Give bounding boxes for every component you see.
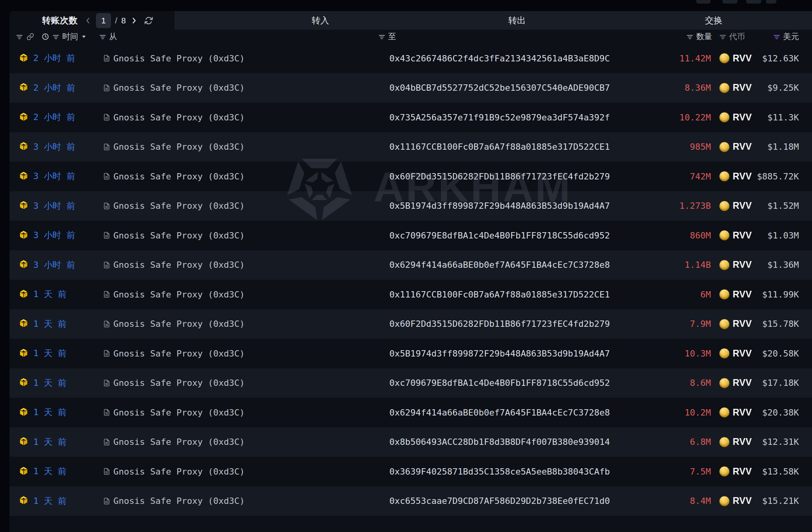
row-to-address[interactable]: 0x5B1974d3ff899872F29b448A863B53d9b19Ad4… bbox=[389, 191, 610, 221]
table-row[interactable]: 2 小时 前 Gnosis Safe Proxy (0xd3C) 0x04bBC… bbox=[10, 73, 812, 103]
filter-button[interactable] bbox=[16, 30, 23, 44]
row-from-entity[interactable]: Gnosis Safe Proxy (0xd3C) bbox=[103, 457, 245, 486]
row-time-link[interactable]: 3 小时 前 bbox=[33, 250, 75, 280]
row-to-address[interactable]: 0x11167CCB100Fc0B7a6A7f88a01885e317D522C… bbox=[389, 132, 610, 162]
table-row[interactable]: 3 小时 前 Gnosis Safe Proxy (0xd3C) 0x60F2D… bbox=[10, 162, 812, 191]
from-column-header[interactable]: 从 bbox=[99, 30, 117, 44]
document-icon bbox=[103, 54, 110, 62]
row-to-address[interactable]: 0x5B1974d3ff899872F29b448A863B53d9b19Ad4… bbox=[389, 339, 610, 368]
row-from-entity[interactable]: Gnosis Safe Proxy (0xd3C) bbox=[103, 486, 245, 516]
row-token[interactable]: RVV bbox=[719, 103, 752, 132]
row-from-entity[interactable]: Gnosis Safe Proxy (0xd3C) bbox=[103, 398, 245, 427]
row-time-link[interactable]: 3 小时 前 bbox=[33, 191, 75, 221]
page-prev-button[interactable] bbox=[84, 17, 92, 25]
row-from-entity[interactable]: Gnosis Safe Proxy (0xd3C) bbox=[103, 280, 245, 309]
row-time-link[interactable]: 2 小时 前 bbox=[33, 103, 75, 132]
row-token[interactable]: RVV bbox=[719, 132, 752, 162]
row-token[interactable]: RVV bbox=[719, 191, 752, 221]
row-time-link[interactable]: 1 天 前 bbox=[33, 368, 67, 398]
row-from-entity[interactable]: Gnosis Safe Proxy (0xd3C) bbox=[103, 73, 245, 103]
row-to-address[interactable]: 0x8b506493ACC28Db1F8d3B8DF4f007B380e9390… bbox=[389, 427, 610, 457]
table-row[interactable]: 1 天 前 Gnosis Safe Proxy (0xd3C) 0x6294f4… bbox=[10, 398, 812, 427]
row-from-entity[interactable]: Gnosis Safe Proxy (0xd3C) bbox=[103, 191, 245, 221]
row-token[interactable]: RVV bbox=[719, 44, 752, 73]
table-row[interactable]: 1 天 前 Gnosis Safe Proxy (0xd3C) 0x5B1974… bbox=[10, 339, 812, 368]
tab-transfers-in[interactable]: 转入 bbox=[222, 11, 419, 30]
row-time-link[interactable]: 3 小时 前 bbox=[33, 162, 75, 191]
transfer-count-tab[interactable]: 转账次数 1 / 8 bbox=[10, 11, 174, 30]
row-to-address[interactable]: 0x11167CCB100Fc0B7a6A7f88a01885e317D522C… bbox=[389, 280, 610, 309]
time-sort-clock-button[interactable] bbox=[42, 30, 49, 44]
refresh-button[interactable] bbox=[144, 16, 153, 25]
row-time-link[interactable]: 1 天 前 bbox=[33, 457, 67, 486]
row-token[interactable]: RVV bbox=[719, 427, 752, 457]
row-token[interactable]: RVV bbox=[719, 398, 752, 427]
row-time-link[interactable]: 1 天 前 bbox=[33, 398, 67, 427]
row-to-address[interactable]: 0x60F2Dd3515D6282FDb11B86f71723fEC4fd2b2… bbox=[389, 162, 610, 191]
row-to-address[interactable]: 0xc709679E8dfBA1c4De4B0Fb1FF8718C55d6cd9… bbox=[389, 221, 610, 250]
row-token[interactable]: RVV bbox=[719, 486, 752, 516]
row-to-address[interactable]: 0x60F2Dd3515D6282FDb11B86f71723fEC4fd2b2… bbox=[389, 309, 610, 339]
token-column-header[interactable]: 代币 bbox=[719, 30, 745, 44]
table-row[interactable]: 1 天 前 Gnosis Safe Proxy (0xd3C) 0x8b5064… bbox=[10, 427, 812, 457]
row-time-link[interactable]: 1 天 前 bbox=[33, 280, 67, 309]
row-time-link[interactable]: 1 天 前 bbox=[33, 309, 67, 339]
row-token[interactable]: RVV bbox=[719, 368, 752, 398]
row-time-link[interactable]: 1 天 前 bbox=[33, 486, 67, 516]
row-to-address[interactable]: 0xc6553caae7D9CD87AF586D29D2b738Ee0fEC71… bbox=[389, 486, 610, 516]
row-to-address[interactable]: 0x6294f414a66aBE0b0ef7A645F1BA4cEc7C3728… bbox=[389, 250, 610, 280]
row-from-entity[interactable]: Gnosis Safe Proxy (0xd3C) bbox=[103, 103, 245, 132]
row-time-link[interactable]: 1 天 前 bbox=[33, 339, 67, 368]
page-next-button[interactable] bbox=[130, 17, 138, 25]
table-row[interactable]: 3 小时 前 Gnosis Safe Proxy (0xd3C) 0x5B197… bbox=[10, 191, 812, 221]
row-token[interactable]: RVV bbox=[719, 280, 752, 309]
row-to-address[interactable]: 0x3639F4025871Bd35C1358ce5A5eeB8b38043CA… bbox=[389, 457, 610, 486]
tab-swaps[interactable]: 交换 bbox=[615, 11, 812, 30]
row-time-link[interactable]: 3 小时 前 bbox=[33, 221, 75, 250]
chain-icon-cell bbox=[18, 457, 29, 486]
row-token[interactable]: RVV bbox=[719, 73, 752, 103]
table-row[interactable]: 3 小时 前 Gnosis Safe Proxy (0xd3C) 0xc7096… bbox=[10, 221, 812, 250]
row-from-entity[interactable]: Gnosis Safe Proxy (0xd3C) bbox=[103, 427, 245, 457]
row-to-address[interactable]: 0xc709679E8dfBA1c4De4B0Fb1FF8718C55d6cd9… bbox=[389, 368, 610, 398]
table-row[interactable]: 1 天 前 Gnosis Safe Proxy (0xd3C) 0x3639F4… bbox=[10, 457, 812, 486]
row-from-entity[interactable]: Gnosis Safe Proxy (0xd3C) bbox=[103, 44, 245, 73]
table-row[interactable]: 1 天 前 Gnosis Safe Proxy (0xd3C) 0x60F2Dd… bbox=[10, 309, 812, 339]
row-time-link[interactable]: 3 小时 前 bbox=[33, 132, 75, 162]
row-from-entity[interactable]: Gnosis Safe Proxy (0xd3C) bbox=[103, 339, 245, 368]
row-time-link[interactable]: 2 小时 前 bbox=[33, 44, 75, 73]
row-to-address[interactable]: 0x6294f414a66aBE0b0ef7A645F1BA4cEc7C3728… bbox=[389, 398, 610, 427]
row-token[interactable]: RVV bbox=[719, 339, 752, 368]
table-row[interactable]: 3 小时 前 Gnosis Safe Proxy (0xd3C) 0x6294f… bbox=[10, 250, 812, 280]
table-row[interactable]: 3 小时 前 Gnosis Safe Proxy (0xd3C) 0x11167… bbox=[10, 132, 812, 162]
row-token-symbol: RVV bbox=[733, 378, 752, 388]
time-column-header[interactable]: 时间 bbox=[52, 30, 87, 44]
row-token[interactable]: RVV bbox=[719, 250, 752, 280]
usd-column-header[interactable]: 美元 bbox=[773, 30, 799, 44]
row-time-link[interactable]: 2 小时 前 bbox=[33, 73, 75, 103]
tab-transfers-out[interactable]: 转出 bbox=[419, 11, 615, 30]
row-token[interactable]: RVV bbox=[719, 162, 752, 191]
row-from-entity[interactable]: Gnosis Safe Proxy (0xd3C) bbox=[103, 368, 245, 398]
row-from-entity[interactable]: Gnosis Safe Proxy (0xd3C) bbox=[103, 250, 245, 280]
amount-column-header[interactable]: 数量 bbox=[686, 30, 712, 44]
row-from-entity[interactable]: Gnosis Safe Proxy (0xd3C) bbox=[103, 132, 245, 162]
to-column-header[interactable]: 至 bbox=[378, 30, 396, 44]
current-page-box[interactable]: 1 bbox=[96, 13, 111, 28]
table-row[interactable]: 1 天 前 Gnosis Safe Proxy (0xd3C) 0xc6553c… bbox=[10, 486, 812, 516]
row-to-address[interactable]: 0x43c2667486C2f4dc3fFa2134342561a4B3aE8D… bbox=[389, 44, 610, 73]
row-from-entity[interactable]: Gnosis Safe Proxy (0xd3C) bbox=[103, 221, 245, 250]
row-from-entity[interactable]: Gnosis Safe Proxy (0xd3C) bbox=[103, 162, 245, 191]
row-token[interactable]: RVV bbox=[719, 221, 752, 250]
table-row[interactable]: 1 天 前 Gnosis Safe Proxy (0xd3C) 0xc70967… bbox=[10, 368, 812, 398]
row-to-address[interactable]: 0x735A256a357e71f91B9c52e9879ea3dF574a39… bbox=[389, 103, 610, 132]
row-to-address[interactable]: 0x04bBCB7d5527752dC52be156307C540eADE90C… bbox=[389, 73, 610, 103]
table-row[interactable]: 2 小时 前 Gnosis Safe Proxy (0xd3C) 0x43c26… bbox=[10, 44, 812, 73]
row-token[interactable]: RVV bbox=[719, 457, 752, 486]
row-from-entity[interactable]: Gnosis Safe Proxy (0xd3C) bbox=[103, 309, 245, 339]
tx-link-filter-button[interactable] bbox=[27, 30, 34, 44]
table-row[interactable]: 1 天 前 Gnosis Safe Proxy (0xd3C) 0x11167C… bbox=[10, 280, 812, 309]
row-time-link[interactable]: 1 天 前 bbox=[33, 427, 67, 457]
row-token[interactable]: RVV bbox=[719, 309, 752, 339]
table-row[interactable]: 2 小时 前 Gnosis Safe Proxy (0xd3C) 0x735A2… bbox=[10, 103, 812, 132]
